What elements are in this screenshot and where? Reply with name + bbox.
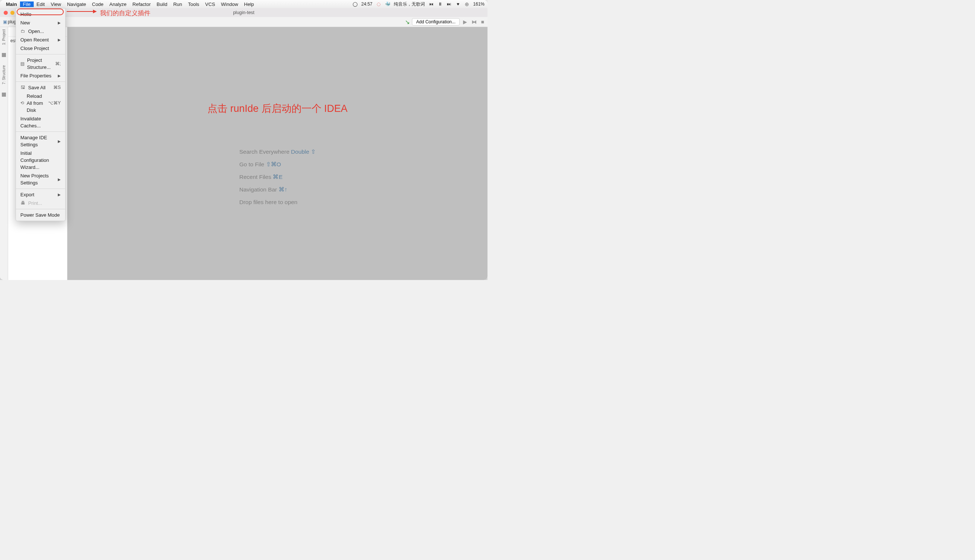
menu-build[interactable]: Build [154,2,170,7]
hint-drop-files: Drop files here to open [239,199,316,205]
menu-item-save-all[interactable]: 🖫Save All⌘S [16,83,65,92]
menu-item-open-recent[interactable]: Open Recent▶ [16,35,65,44]
hint-search-everywhere: Search Everywhere [239,148,291,155]
shortcut-label: ⌥⌘Y [48,100,61,107]
menu-item-power-save[interactable]: Power Save Mode [16,211,65,219]
stop-icon[interactable]: ■ [480,19,485,25]
menu-edit[interactable]: Edit [34,2,48,7]
system-tray: ◯ 24:57 ◌ 🐳 纯音乐，无歌词 ⏮ ⏸ ⏭ ♥ ◎ 161% [352,1,485,7]
breadcrumb[interactable]: ▣ plug [3,19,16,25]
menu-main[interactable]: Main [3,2,20,7]
menu-analyze[interactable]: Analyze [106,2,129,7]
menu-item-invalidate[interactable]: Invalidate Caches... [16,115,65,130]
menu-item-init-wizard[interactable]: Initial Configuration Wizard... [16,149,65,172]
disc-icon[interactable]: ◎ [464,2,469,7]
hint-goto-file: Go to File [239,161,266,167]
chevron-right-icon: ▶ [58,191,61,198]
clock: 24:57 [361,2,372,7]
rail-project[interactable]: 1: Project [2,29,6,45]
menu-item-new[interactable]: New▶ [16,18,65,27]
now-playing: 纯音乐，无歌词 [394,1,425,7]
hint-nav-bar: Navigation Bar [239,186,278,193]
minimize-window-icon[interactable] [10,11,15,15]
tool-window-rail: 1: Project 7: Structure [0,27,8,280]
menu-vcs[interactable]: VCS [202,2,218,7]
menu-view[interactable]: View [48,2,64,7]
shortcut-label: ⌘S [53,84,61,91]
run-icon[interactable]: ▶ [462,19,468,25]
menu-help[interactable]: Help [241,2,257,7]
battery-pct: 161% [473,2,485,7]
prev-track-icon[interactable]: ⏮ [428,2,434,7]
rail-structure[interactable]: 7: Structure [2,65,6,85]
breadcrumb-label: plug [8,19,16,25]
menu-navigate[interactable]: Navigate [64,2,89,7]
chevron-right-icon: ▶ [58,138,61,145]
editor-empty-state: 点击 runIde 后启动的一个 IDEA Search Everywhere … [67,27,488,280]
add-configuration-button[interactable]: Add Configuration... [412,18,459,25]
menu-item-manage-ide[interactable]: Manage IDE Settings▶ [16,133,65,149]
annotation-big: 点击 runIde 后启动的一个 IDEA [207,102,347,115]
menu-separator [16,132,65,132]
mac-menubar: Main File Edit View Navigate Code Analyz… [0,0,488,8]
reload-icon: ⟲ [20,100,24,107]
structure-icon: ▤ [20,60,25,67]
menu-item-export[interactable]: Export▶ [16,190,65,199]
menu-run[interactable]: Run [170,2,185,7]
menu-item-new-projects[interactable]: New Projects Settings▶ [16,172,65,187]
ide-toolbar: ▣ plug ↘ Add Configuration... ▶ ⧓ ■ [0,17,488,27]
annotation-plugin-note: 我们的自定义插件 [100,9,150,17]
timer-icon: ◌ [376,2,381,7]
chevron-right-icon: ▶ [58,72,61,79]
hint-recent-files: Recent Files [239,174,273,180]
menu-item-reload[interactable]: ⟲Reload All from Disk⌥⌘Y [16,92,65,115]
chevron-right-icon: ▶ [58,36,61,43]
folder-open-icon: 🗀 [20,28,25,35]
save-icon: 🖫 [20,84,25,91]
heart-icon[interactable]: ♥ [455,2,460,7]
folder-icon: ▣ [3,19,7,25]
menu-separator [16,54,65,55]
menu-code[interactable]: Code [89,2,106,7]
hint-shortcut: ⇧⌘O [266,161,281,167]
hint-shortcut: ⌘↑ [278,186,287,193]
rail-icon [2,53,6,57]
hint-shortcut: ⌘E [273,174,282,180]
annotation-arrow [67,11,96,12]
keymap-hints: Search Everywhere Double ⇧ Go to File ⇧⌘… [239,148,316,205]
menu-item-file-properties[interactable]: File Properties▶ [16,72,65,80]
menu-item-open[interactable]: 🗀Open... [16,27,65,35]
close-window-icon[interactable] [4,11,8,15]
window-title: plugin-test [233,10,255,15]
menu-window[interactable]: Window [218,2,241,7]
menu-item-project-structure[interactable]: ▤Project Structure...⌘; [16,56,65,72]
debug-icon[interactable]: ⧓ [470,19,478,25]
print-icon: 🖶 [20,200,25,207]
menu-item-hello[interactable]: Hello [16,10,65,18]
next-track-icon[interactable]: ⏭ [447,2,452,7]
window-titlebar: plugin-test [0,8,488,17]
menu-item-print: 🖶Print... [16,199,65,207]
rail-icon [2,93,6,97]
menu-refactor[interactable]: Refactor [130,2,154,7]
menu-separator [16,82,65,82]
chevron-right-icon: ▶ [58,19,61,26]
menu-separator [16,209,65,209]
sync-icon: ◯ [352,2,357,7]
build-icon[interactable]: ↘ [405,18,410,25]
pause-icon[interactable]: ⏸ [437,2,443,7]
menu-file[interactable]: File [20,2,34,7]
chevron-right-icon: ▶ [58,176,61,183]
hint-shortcut: Double ⇧ [291,148,316,155]
menu-tools[interactable]: Tools [185,2,202,7]
file-menu-dropdown: Hello New▶ 🗀Open... Open Recent▶ Close P… [15,8,65,221]
shortcut-label: ⌘; [55,60,61,67]
menu-item-close-project[interactable]: Close Project [16,44,65,53]
menu-separator [16,188,65,189]
docker-icon: 🐳 [385,2,390,7]
